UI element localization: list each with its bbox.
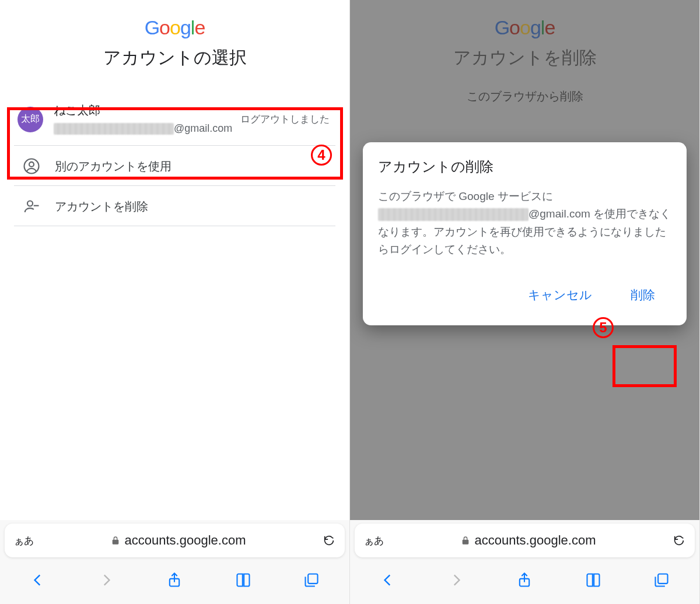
dialog-body: このブラウザで Google サービスに @gmail.com を使用できなくな… — [378, 188, 671, 259]
redacted-email-local — [54, 123, 174, 135]
user-circle-icon — [19, 157, 44, 175]
share-button[interactable] — [157, 566, 192, 595]
page-title: アカウントの選択 — [0, 46, 349, 70]
reload-button[interactable] — [673, 534, 685, 547]
use-other-account-label: 別のアカウントを使用 — [55, 159, 172, 174]
share-button[interactable] — [507, 566, 542, 595]
account-list: 太郎 ねこ太郎 @gmail.com ログアウトしました 別のアカウントを使用 — [0, 93, 349, 226]
address-bar[interactable]: ぁあ accounts.google.com — [355, 524, 695, 557]
annotation-step-badge: 4 — [311, 145, 332, 166]
lock-icon — [461, 536, 470, 545]
url-text: accounts.google.com — [125, 533, 246, 548]
screen-delete-confirm: Google アカウントを削除 このブラウザから削除 アカウントの削除 このブラ… — [350, 0, 700, 604]
address-bar-area: ぁあ accounts.google.com — [350, 520, 699, 562]
address-bar[interactable]: ぁあ accounts.google.com — [5, 524, 345, 557]
account-email: @gmail.com — [54, 121, 236, 136]
user-minus-icon — [19, 198, 44, 215]
bookmarks-button[interactable] — [226, 566, 261, 595]
delete-button[interactable]: 削除 — [619, 281, 667, 309]
page-title: アカウントを削除 — [350, 46, 699, 70]
back-button[interactable] — [20, 566, 55, 595]
browser-toolbar — [0, 562, 349, 604]
dialog-actions: キャンセル 削除 — [378, 274, 671, 319]
account-row[interactable]: 太郎 ねこ太郎 @gmail.com ログアウトしました — [14, 93, 335, 146]
page-subtext: このブラウザから削除 — [350, 89, 699, 104]
account-status: ログアウトしました — [236, 113, 330, 126]
remove-account-label: アカウントを削除 — [55, 199, 148, 215]
url-display[interactable]: accounts.google.com — [34, 533, 323, 548]
account-name: ねこ太郎 — [54, 103, 236, 118]
url-text: accounts.google.com — [475, 533, 596, 548]
account-info: ねこ太郎 @gmail.com — [54, 103, 236, 136]
tabs-button[interactable] — [294, 566, 329, 595]
google-logo: Google — [350, 16, 699, 39]
screen-account-select: Google アカウントの選択 太郎 ねこ太郎 @gmail.com ログアウト… — [0, 0, 350, 604]
forward-button[interactable] — [439, 566, 474, 595]
svg-point-1 — [29, 162, 34, 167]
google-logo: Google — [0, 16, 349, 39]
svg-point-2 — [27, 201, 33, 206]
address-bar-area: ぁあ accounts.google.com — [0, 520, 349, 562]
redacted-email-local — [378, 208, 528, 221]
svg-rect-5 — [308, 574, 317, 584]
annotation-step-badge: 5 — [593, 317, 614, 338]
text-size-button[interactable]: ぁあ — [14, 534, 34, 547]
url-display[interactable]: accounts.google.com — [384, 533, 673, 548]
reload-button[interactable] — [323, 534, 335, 547]
browser-toolbar — [350, 562, 699, 604]
dialog-title: アカウントの削除 — [378, 157, 671, 176]
tabs-button[interactable] — [644, 566, 679, 595]
forward-button[interactable] — [89, 566, 124, 595]
confirm-dialog: アカウントの削除 このブラウザで Google サービスに @gmail.com… — [363, 142, 687, 325]
lock-icon — [111, 536, 120, 545]
avatar: 太郎 — [18, 107, 43, 132]
annotation-highlight-5 — [612, 345, 677, 387]
svg-rect-7 — [658, 574, 667, 584]
back-button[interactable] — [370, 566, 405, 595]
account-select-content: Google アカウントの選択 太郎 ねこ太郎 @gmail.com ログアウト… — [0, 0, 349, 520]
use-other-account-row[interactable]: 別のアカウントを使用 — [14, 146, 335, 186]
remove-account-row[interactable]: アカウントを削除 — [14, 186, 335, 226]
delete-confirm-content: Google アカウントを削除 このブラウザから削除 アカウントの削除 このブラ… — [350, 0, 699, 520]
bookmarks-button[interactable] — [576, 566, 611, 595]
cancel-button[interactable]: キャンセル — [516, 281, 604, 309]
text-size-button[interactable]: ぁあ — [364, 534, 384, 547]
